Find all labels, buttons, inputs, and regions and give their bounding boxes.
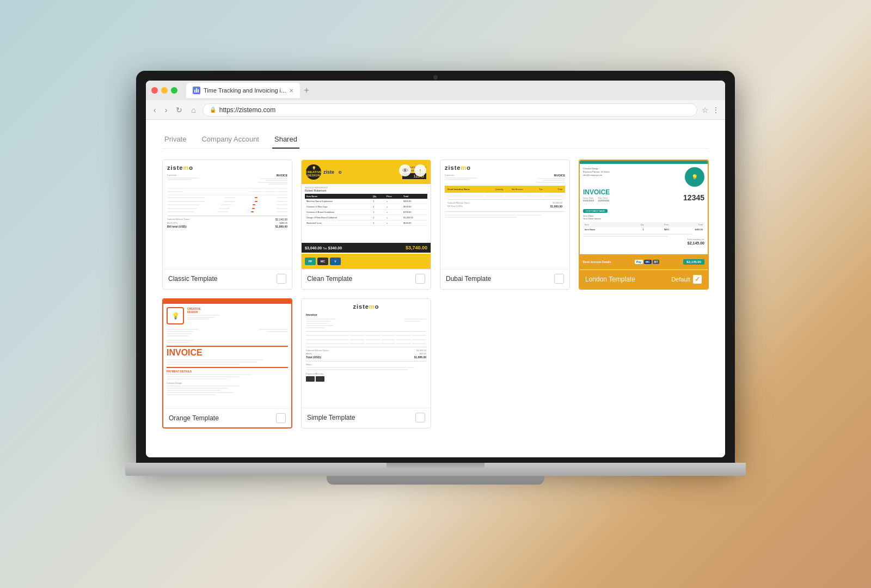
address-bar[interactable]: 🔒 https://zistemo.com [203, 103, 697, 117]
tab-bar: Time Tracking and Invoicing i... ✕ + [186, 83, 720, 98]
template-card-clean[interactable]: 👁 ↑ 💡CREATIVEDESIGN zistemo [301, 160, 431, 290]
browser-window: Time Tracking and Invoicing i... ✕ + ‹ ›… [146, 81, 725, 457]
template-preview-classic: zistemo Customer INVOICE [163, 160, 292, 269]
template-select-orange[interactable] [276, 413, 286, 423]
tabs-navigation: Private Company Account Shared [162, 131, 709, 149]
favicon-bar-2 [196, 88, 197, 93]
template-name-orange: Orange Template [169, 414, 219, 422]
clean-total-bar: $3,040.00 Tax $340.00 $3,740.00 [302, 243, 431, 253]
template-name-london: London Template [585, 275, 635, 283]
tab-shared[interactable]: Shared [272, 131, 299, 149]
favicon-bars [194, 88, 199, 93]
template-preview-dubai: zistemo Customer INVOICE [440, 160, 569, 269]
template-name-simple: Simple Template [307, 414, 355, 421]
preview-eye-icon[interactable]: 👁 [399, 164, 411, 176]
tab-close-icon[interactable]: ✕ [289, 88, 293, 94]
template-card-orange[interactable]: 💡 CreativeDesign [162, 298, 292, 428]
new-tab-button[interactable]: + [300, 84, 313, 97]
minimize-button[interactable] [161, 87, 168, 94]
laptop-lid-notch [387, 463, 484, 469]
template-card-simple[interactable]: zistemo Invoice [301, 298, 431, 428]
clean-body: Invoice Reference Robert Robertson Item … [302, 184, 431, 228]
tab-title: Time Tracking and Invoicing i... [204, 87, 286, 94]
template-select-clean[interactable] [415, 274, 425, 284]
clean-logo-area: 💡CREATIVEDESIGN zistemo [306, 164, 342, 180]
templates-grid-row2: 💡 CreativeDesign [162, 298, 709, 428]
preview-overlay-clean: 👁 ↑ [399, 164, 426, 176]
home-button[interactable]: ⌂ [189, 105, 198, 115]
template-card-dubai[interactable]: zistemo Customer INVOICE [440, 160, 570, 290]
active-tab[interactable]: Time Tracking and Invoicing i... ✕ [186, 83, 300, 98]
template-preview-orange: 💡 CreativeDesign [163, 299, 291, 408]
template-preview-london: Creative DesignBusiness Partner, 12 Stre… [580, 161, 708, 270]
maximize-button[interactable] [171, 87, 177, 94]
clean-subtotal-label: $3,040.00 Tax $340.00 [305, 246, 342, 250]
menu-button[interactable]: ⋮ [712, 106, 720, 114]
forward-button[interactable]: › [163, 105, 170, 115]
template-footer-simple: Simple Template [302, 408, 431, 427]
templates-grid: zistemo Customer INVOICE [162, 160, 709, 290]
laptop-bottom-bezel [125, 463, 746, 476]
default-label: Default [671, 276, 690, 283]
tab-private[interactable]: Private [162, 131, 188, 149]
clean-from-to: Invoice Reference Robert Robertson [305, 186, 427, 192]
check-icon: ✓ [695, 275, 700, 283]
template-name-classic: Classic Template [168, 275, 217, 283]
toolbar-actions: ☆ ⋮ [702, 106, 720, 114]
favicon-bar-3 [198, 89, 199, 93]
browser-toolbar: ‹ › ↻ ⌂ 🔒 https://zistemo.com ☆ ⋮ [146, 100, 725, 120]
template-card-classic[interactable]: zistemo Customer INVOICE [162, 160, 292, 290]
template-select-dubai[interactable] [554, 274, 564, 284]
screen-bezel: Time Tracking and Invoicing i... ✕ + ‹ ›… [136, 71, 735, 463]
template-card-london[interactable]: Creative DesignBusiness Partner, 12 Stre… [579, 160, 709, 290]
template-slot-empty-2 [579, 298, 709, 428]
template-footer-dubai: Dubai Template [440, 269, 569, 288]
template-footer-orange: Orange Template [163, 408, 291, 427]
clean-payment-bar: PP MC V [302, 254, 431, 269]
template-slot-empty-1 [440, 298, 570, 428]
page-content: Private Company Account Shared [146, 120, 725, 457]
close-button[interactable] [151, 87, 158, 94]
refresh-button[interactable]: ↻ [174, 105, 185, 115]
from-value: Robert Robertson [305, 189, 328, 192]
back-button[interactable]: ‹ [151, 105, 158, 115]
preview-share-icon[interactable]: ↑ [414, 164, 426, 176]
template-footer-clean: Clean Template [302, 269, 431, 288]
favicon-bar-1 [194, 90, 195, 93]
template-select-simple[interactable] [415, 413, 425, 422]
laptop-container: Time Tracking and Invoicing i... ✕ + ‹ ›… [125, 71, 746, 517]
template-preview-simple: zistemo Invoice [302, 299, 431, 408]
tab-favicon-icon [193, 87, 200, 94]
clean-items-table: Item NameQtyPriceTotal Machine Name Expl… [305, 194, 427, 226]
clean-total-amount: $3,740.00 [406, 245, 427, 250]
ssl-icon: 🔒 [210, 107, 216, 113]
creative-badge-clean: 💡CREATIVEDESIGN [306, 164, 321, 180]
browser-titlebar: Time Tracking and Invoicing i... ✕ + [146, 81, 725, 100]
template-footer-london: London Template Default ✓ [580, 270, 708, 289]
template-name-clean: Clean Template [307, 275, 352, 283]
template-footer-classic: Classic Template [163, 269, 292, 288]
laptop-camera [433, 75, 438, 79]
url-text: https://zistemo.com [219, 106, 275, 114]
traffic-lights [151, 87, 177, 94]
bookmark-button[interactable]: ☆ [702, 106, 709, 114]
clean-from: Invoice Reference Robert Robertson [305, 186, 328, 192]
clean-zistemo-logo: zistemo [323, 169, 342, 175]
tab-company-account[interactable]: Company Account [199, 131, 261, 149]
template-select-london[interactable]: ✓ [692, 274, 702, 284]
laptop-base [327, 476, 544, 485]
template-name-dubai: Dubai Template [446, 275, 491, 283]
template-select-classic[interactable] [277, 274, 286, 284]
template-preview-clean: 👁 ↑ 💡CREATIVEDESIGN zistemo [302, 160, 431, 269]
